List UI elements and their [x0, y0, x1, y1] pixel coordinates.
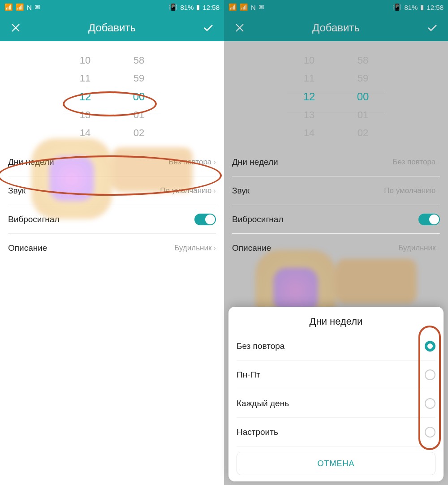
signal-icon: 📶	[228, 3, 237, 11]
row-description[interactable]: Описание Будильник›	[8, 234, 216, 262]
minute-option[interactable]: 58	[358, 55, 368, 66]
signal-icon-2: 📶	[16, 3, 24, 11]
hour-option[interactable]: 11	[304, 73, 314, 84]
days-value: Без повтора	[168, 158, 211, 167]
hour-option[interactable]: 10	[304, 55, 314, 66]
hour-option[interactable]: 14	[80, 127, 90, 139]
chevron-right-icon: ›	[213, 244, 216, 253]
app-header: Добавить	[224, 14, 448, 41]
page-title: Добавить	[312, 21, 360, 34]
settings-list: Дни недели Без повтора› Звук По умолчани…	[224, 148, 448, 262]
chevron-right-icon: ›	[437, 244, 440, 253]
description-label: Описание	[8, 243, 47, 253]
chevron-right-icon: ›	[213, 186, 216, 195]
hour-option[interactable]: 14	[304, 127, 314, 139]
row-description[interactable]: Описание Будильник›	[232, 234, 440, 262]
mail-icon: ✉	[258, 3, 264, 11]
option-label: Пн-Пт	[237, 370, 260, 380]
minute-option[interactable]: 02	[358, 127, 368, 139]
minute-option[interactable]: 58	[134, 55, 144, 66]
chevron-right-icon: ›	[213, 158, 216, 167]
sound-value: По умолчанию	[384, 186, 435, 195]
clock-text: 12:58	[426, 4, 444, 11]
hour-wheel[interactable]: 10 11 12 13 14	[72, 55, 99, 139]
screen-right: 📶 📶 N ✉ 📳 81% ▮ 12:58 Добавить	[224, 0, 448, 485]
sound-value: По умолчанию	[160, 186, 211, 195]
vibrate-icon: 📳	[393, 3, 401, 11]
signal-icon-2: 📶	[240, 3, 248, 11]
hour-option[interactable]: 11	[80, 73, 90, 84]
clock-text: 12:58	[202, 4, 220, 11]
minute-option[interactable]: 01	[134, 109, 144, 121]
option-no-repeat[interactable]: Без повтора	[237, 332, 435, 361]
battery-icon: ▮	[196, 3, 200, 11]
option-everyday[interactable]: Каждый день	[237, 389, 435, 418]
close-icon	[235, 23, 245, 33]
sheet-title: Дни недели	[237, 316, 435, 327]
option-weekdays[interactable]: Пн-Пт	[237, 361, 435, 389]
confirm-button[interactable]	[202, 21, 215, 34]
time-picker[interactable]: 10 11 12 13 14 58 59 00 01 02	[224, 41, 448, 148]
minute-option[interactable]: 59	[134, 73, 144, 84]
row-sound[interactable]: Звук По умолчанию›	[8, 176, 216, 205]
confirm-button[interactable]	[426, 21, 439, 34]
settings-list: Дни недели Без повтора› Звук По умолчани…	[0, 148, 224, 262]
row-days[interactable]: Дни недели Без повтора›	[8, 148, 216, 176]
battery-icon: ▮	[420, 3, 424, 11]
vibrate-icon: 📳	[169, 3, 177, 11]
signal-icon: 📶	[4, 3, 13, 11]
screen-left: 📶 📶 N ✉ 📳 81% ▮ 12:58 Добавить	[0, 0, 224, 485]
battery-text: 81%	[404, 4, 418, 11]
option-custom[interactable]: Настроить	[237, 418, 435, 446]
mail-icon: ✉	[34, 3, 40, 11]
check-icon	[426, 22, 438, 34]
close-button[interactable]	[233, 21, 246, 34]
hour-wheel[interactable]: 10 11 12 13 14	[296, 55, 323, 139]
status-bar: 📶 📶 N ✉ 📳 81% ▮ 12:58	[224, 0, 448, 14]
minute-wheel[interactable]: 58 59 00 01 02	[349, 55, 376, 139]
option-label: Каждый день	[237, 399, 289, 408]
minute-option[interactable]: 01	[358, 109, 368, 121]
page-title: Добавить	[88, 21, 136, 34]
description-label: Описание	[232, 243, 271, 253]
row-vibrate[interactable]: Вибросигнал	[8, 205, 216, 234]
minute-option[interactable]: 02	[134, 127, 144, 139]
cancel-button[interactable]: ОТМЕНА	[237, 452, 435, 475]
hour-option[interactable]: 13	[80, 109, 90, 121]
chevron-right-icon: ›	[437, 158, 440, 167]
main-content: 10 11 12 13 14 58 59 00 01 02 Дни недели…	[0, 41, 224, 262]
days-bottom-sheet: Дни недели Без повтора Пн-Пт Каждый день…	[228, 307, 444, 481]
nfc-icon: N	[251, 4, 256, 11]
hour-option[interactable]: 10	[80, 55, 90, 66]
option-label: Настроить	[237, 427, 278, 437]
description-value: Будильник	[174, 244, 211, 253]
time-picker[interactable]: 10 11 12 13 14 58 59 00 01 02	[0, 41, 224, 148]
days-label: Дни недели	[8, 157, 54, 167]
chevron-right-icon: ›	[437, 186, 440, 195]
sound-label: Звук	[8, 186, 26, 196]
nfc-icon: N	[27, 4, 32, 11]
minute-wheel[interactable]: 58 59 00 01 02	[125, 55, 152, 139]
check-icon	[202, 22, 214, 34]
hour-option[interactable]: 13	[304, 109, 314, 121]
radio-icon	[425, 398, 435, 409]
status-bar: 📶 📶 N ✉ 📳 81% ▮ 12:58	[0, 0, 224, 14]
row-days[interactable]: Дни недели Без повтора›	[232, 148, 440, 176]
vibrate-toggle[interactable]	[418, 214, 440, 225]
option-label: Без повтора	[237, 341, 284, 351]
radio-icon	[425, 369, 435, 380]
row-sound[interactable]: Звук По умолчанию›	[232, 176, 440, 205]
vibrate-label: Вибросигнал	[8, 215, 60, 224]
row-vibrate[interactable]: Вибросигнал	[232, 205, 440, 234]
battery-text: 81%	[180, 4, 194, 11]
sound-label: Звук	[232, 186, 250, 196]
days-label: Дни недели	[232, 157, 278, 167]
vibrate-toggle[interactable]	[194, 214, 216, 225]
radio-icon	[425, 427, 435, 438]
description-value: Будильник	[398, 244, 435, 253]
close-icon	[11, 23, 21, 33]
days-value: Без повтора	[392, 158, 435, 167]
app-header: Добавить	[0, 14, 224, 41]
minute-option[interactable]: 59	[358, 73, 368, 84]
close-button[interactable]	[9, 21, 22, 34]
